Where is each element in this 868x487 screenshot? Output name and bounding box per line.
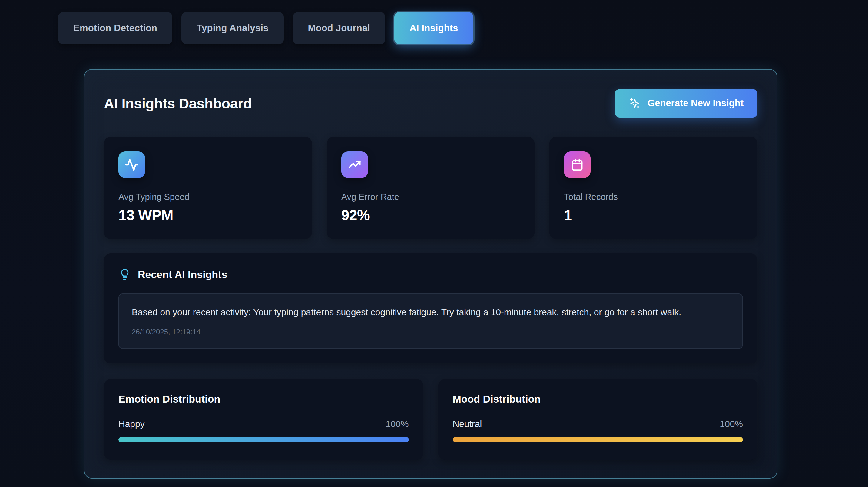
stat-card-typing-speed: Avg Typing Speed 13 WPM bbox=[104, 137, 312, 239]
recent-ai-insights-title: Recent AI Insights bbox=[138, 269, 227, 280]
generate-new-insight-button[interactable]: Generate New Insight bbox=[615, 89, 757, 118]
main-tabbar: Emotion Detection Typing Analysis Mood J… bbox=[58, 12, 473, 44]
distribution-row: Emotion Distribution Happy 100% Mood Dis… bbox=[104, 379, 757, 460]
sparkles-icon bbox=[629, 97, 641, 109]
distribution-label: Neutral bbox=[453, 419, 482, 429]
lightbulb-icon bbox=[118, 268, 131, 281]
stat-label: Total Records bbox=[564, 192, 743, 202]
distribution-percent: 100% bbox=[720, 419, 743, 429]
mood-progress-bar bbox=[453, 437, 743, 442]
stat-value: 13 WPM bbox=[118, 207, 298, 223]
stat-card-total-records: Total Records 1 bbox=[549, 137, 757, 239]
insight-timestamp: 26/10/2025, 12:19:14 bbox=[132, 328, 730, 336]
emotion-distribution-title: Emotion Distribution bbox=[118, 393, 409, 405]
recent-ai-insights-panel: Recent AI Insights Based on your recent … bbox=[104, 253, 757, 363]
distribution-label-row: Neutral 100% bbox=[453, 419, 743, 429]
emotion-progress-track bbox=[118, 437, 409, 442]
distribution-label: Happy bbox=[118, 419, 145, 429]
tab-emotion-detection[interactable]: Emotion Detection bbox=[58, 12, 172, 44]
insight-text: Based on your recent activity: Your typi… bbox=[132, 306, 730, 318]
trending-up-icon bbox=[341, 151, 368, 178]
mood-distribution-title: Mood Distribution bbox=[453, 393, 743, 405]
insight-item: Based on your recent activity: Your typi… bbox=[118, 294, 743, 349]
stats-row: Avg Typing Speed 13 WPM Avg Error Rate 9… bbox=[104, 137, 757, 239]
emotion-distribution-card: Emotion Distribution Happy 100% bbox=[104, 379, 424, 460]
stat-value: 1 bbox=[564, 207, 743, 223]
activity-icon bbox=[118, 151, 145, 178]
page-title: AI Insights Dashboard bbox=[104, 95, 252, 112]
stat-label: Avg Typing Speed bbox=[118, 192, 298, 202]
dashboard-header: AI Insights Dashboard Generate New Insig… bbox=[104, 89, 757, 118]
emotion-progress-bar bbox=[118, 437, 409, 442]
stat-label: Avg Error Rate bbox=[341, 192, 520, 202]
generate-new-insight-label: Generate New Insight bbox=[648, 98, 744, 109]
distribution-percent: 100% bbox=[385, 419, 409, 429]
recent-ai-insights-heading: Recent AI Insights bbox=[118, 268, 743, 281]
stat-value: 92% bbox=[341, 207, 520, 223]
mood-distribution-card: Mood Distribution Neutral 100% bbox=[438, 379, 758, 460]
tab-typing-analysis[interactable]: Typing Analysis bbox=[181, 12, 283, 44]
distribution-label-row: Happy 100% bbox=[118, 419, 409, 429]
calendar-icon bbox=[564, 151, 591, 178]
mood-progress-track bbox=[453, 437, 743, 442]
tab-mood-journal[interactable]: Mood Journal bbox=[293, 12, 385, 44]
stat-card-error-rate: Avg Error Rate 92% bbox=[327, 137, 535, 239]
tab-ai-insights[interactable]: AI Insights bbox=[394, 12, 473, 44]
ai-insights-dashboard-panel: AI Insights Dashboard Generate New Insig… bbox=[84, 69, 777, 479]
